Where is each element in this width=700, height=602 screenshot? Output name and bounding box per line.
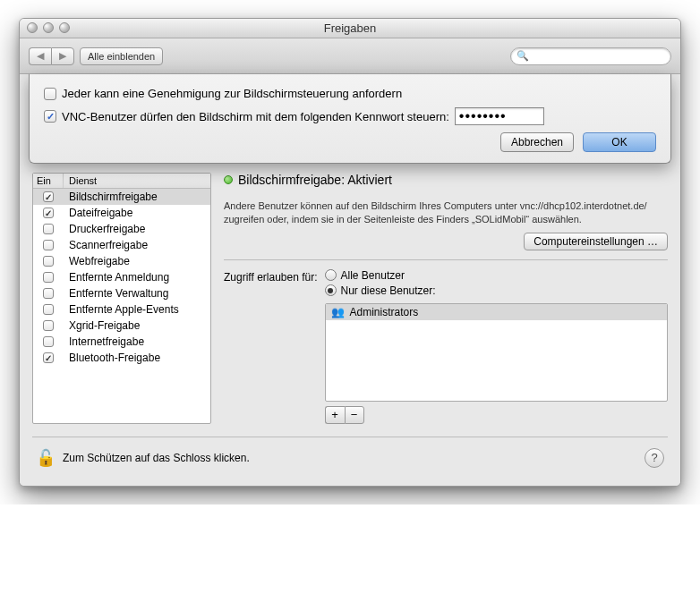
service-checkbox[interactable] [43, 240, 54, 250]
service-row[interactable]: Bildschirmfreigabe [33, 189, 210, 205]
service-row[interactable]: Webfreigabe [33, 253, 210, 269]
access-label: Zugriff erlauben für: [224, 269, 318, 284]
service-label: Druckerfreigabe [64, 223, 210, 235]
service-checkbox[interactable] [43, 288, 54, 299]
service-label: Xgrid-Freigabe [64, 319, 210, 332]
service-row[interactable]: Scannerfreigabe [33, 237, 210, 253]
service-row[interactable]: Xgrid-Freigabe [33, 318, 210, 334]
add-user-button[interactable]: + [325, 406, 345, 424]
service-row[interactable]: Dateifreigabe [33, 205, 210, 221]
status-text: Bildschirmfreigabe: Aktiviert [238, 173, 392, 187]
preferences-window: Freigaben ◀ ▶ Alle einblenden 🔍 Jeder ka… [19, 18, 681, 487]
column-header-on: Ein [33, 174, 64, 188]
help-button[interactable]: ? [645, 448, 664, 468]
service-checkbox[interactable] [43, 320, 54, 331]
radio-only-users-label: Nur diese Benutzer: [341, 284, 436, 297]
service-checkbox[interactable] [43, 336, 54, 347]
service-row[interactable]: Druckerfreigabe [33, 221, 210, 237]
service-row[interactable]: Bluetooth-Freigabe [33, 350, 210, 366]
status-indicator-icon [224, 175, 233, 184]
service-checkbox[interactable] [43, 191, 54, 202]
service-label: Entfernte Anmeldung [64, 271, 210, 284]
service-label: Scannerfreigabe [64, 239, 210, 251]
vnc-password-checkbox[interactable] [44, 110, 56, 123]
back-button[interactable]: ◀ [29, 47, 51, 65]
lock-hint: Zum Schützen auf das Schloss klicken. [63, 452, 637, 464]
minimize-icon[interactable] [43, 22, 54, 33]
service-label: Dateifreigabe [64, 207, 210, 219]
anyone-request-checkbox[interactable] [44, 88, 56, 100]
window-controls [27, 22, 70, 33]
close-icon[interactable] [27, 22, 38, 33]
divider [224, 259, 668, 260]
service-label: Internetfreigabe [64, 335, 210, 348]
cancel-button[interactable]: Abbrechen [500, 132, 574, 152]
toolbar: ◀ ▶ Alle einblenden 🔍 [20, 38, 680, 74]
search-icon: 🔍 [516, 50, 529, 62]
forward-button[interactable]: ▶ [51, 47, 74, 65]
vnc-password-field[interactable] [455, 107, 544, 125]
radio-all-users-label: Alle Benutzer [341, 269, 405, 282]
computer-settings-button[interactable]: Computereinstellungen … [524, 233, 668, 250]
service-checkbox[interactable] [43, 208, 54, 218]
service-description: Andere Benutzer können auf den Bildschir… [224, 199, 668, 227]
service-label: Entfernte Apple-Events [64, 303, 210, 316]
footer: 🔓 Zum Schützen auf das Schloss klicken. … [32, 437, 668, 473]
show-all-button[interactable]: Alle einblenden [80, 47, 163, 65]
radio-all-users[interactable] [325, 269, 337, 281]
zoom-icon[interactable] [59, 22, 70, 33]
service-checkbox[interactable] [43, 272, 54, 283]
search-input[interactable] [532, 49, 665, 64]
service-label: Entfernte Verwaltung [64, 287, 210, 300]
column-header-service: Dienst [64, 174, 210, 188]
allowed-users-list[interactable]: 👥 Administrators [325, 303, 668, 402]
list-item[interactable]: 👥 Administrators [326, 304, 667, 320]
service-label: Bildschirmfreigabe [64, 191, 210, 203]
group-icon: 👥 [331, 306, 345, 318]
service-checkbox[interactable] [43, 256, 54, 267]
service-detail: Bildschirmfreigabe: Aktiviert Andere Ben… [224, 173, 668, 424]
search-field[interactable]: 🔍 [510, 47, 671, 65]
service-row[interactable]: Entfernte Apple-Events [33, 301, 210, 318]
service-row[interactable]: Entfernte Anmeldung [33, 269, 210, 285]
lock-icon[interactable]: 🔓 [36, 448, 55, 468]
services-list: Ein Dienst BildschirmfreigabeDateifreiga… [32, 173, 211, 424]
service-label: Bluetooth-Freigabe [64, 352, 210, 364]
titlebar: Freigaben [20, 19, 680, 38]
service-checkbox[interactable] [43, 304, 54, 315]
ok-button[interactable]: OK [583, 132, 656, 152]
anyone-request-label: Jeder kann eine Genehmigung zur Bildschi… [62, 87, 402, 100]
window-title: Freigaben [324, 21, 377, 35]
vnc-password-label: VNC-Benutzer dürfen den Bildschirm mit d… [62, 110, 449, 123]
radio-only-users[interactable] [325, 284, 337, 296]
service-row[interactable]: Entfernte Verwaltung [33, 285, 210, 301]
service-label: Webfreigabe [64, 255, 210, 267]
computer-settings-sheet: Jeder kann eine Genehmigung zur Bildschi… [29, 74, 671, 164]
remove-user-button[interactable]: − [345, 406, 364, 424]
user-name: Administrators [350, 306, 419, 318]
service-row[interactable]: Internetfreigabe [33, 334, 210, 350]
service-checkbox[interactable] [43, 224, 54, 234]
service-checkbox[interactable] [43, 352, 54, 363]
